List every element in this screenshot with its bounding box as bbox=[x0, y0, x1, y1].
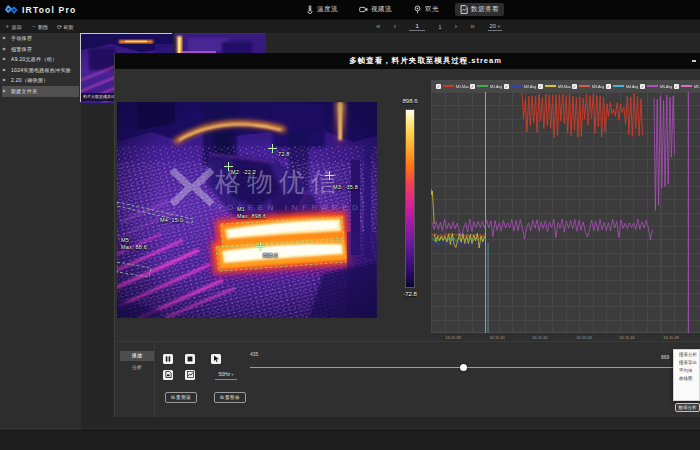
checkbox-checked-icon[interactable]: ✓ bbox=[606, 84, 611, 89]
tree-tool-删除[interactable]: －删除 bbox=[31, 22, 49, 31]
legend-item[interactable]: ✓M1.Max bbox=[436, 84, 470, 89]
last-page-button[interactable]: » bbox=[470, 23, 474, 31]
menu-item[interactable]: 平均值 bbox=[674, 366, 699, 374]
chevron-right-icon: ▶ bbox=[3, 86, 6, 97]
slider-min-label: 435 bbox=[250, 351, 258, 357]
tree-toolbar: ＋添加－删除⟳刷新 bbox=[4, 20, 74, 33]
tree-tool-刷新[interactable]: ⟳刷新 bbox=[57, 23, 74, 30]
menu-item[interactable]: 曲线图 bbox=[674, 375, 699, 383]
chart-legend: ✓M1.Max✓M1.Avg✓M2.Avg✓M3.Max✓M3.Avg✓M4.A… bbox=[431, 80, 700, 92]
tree-item[interactable]: ▶A9.20元器件（组） bbox=[0, 54, 81, 65]
snapshot-button[interactable] bbox=[163, 370, 173, 380]
pause-button[interactable] bbox=[163, 354, 173, 364]
checkbox-checked-icon[interactable]: ✓ bbox=[674, 84, 679, 89]
frame-slider-thumb[interactable] bbox=[460, 364, 467, 371]
legend-item[interactable]: ✓M5.Avg bbox=[640, 84, 674, 89]
batch-image-button[interactable]: 批量图像 bbox=[214, 392, 246, 403]
control-tab-analyze[interactable]: 分析 bbox=[120, 363, 154, 373]
tool-label: 添加 bbox=[12, 24, 22, 30]
tree-item[interactable]: ▶2.20（磁铁测） bbox=[0, 75, 81, 86]
chevron-down-icon: ▾ bbox=[232, 372, 234, 377]
framerate-select[interactable]: 50Hz ▾ bbox=[215, 371, 237, 380]
legend-item[interactable]: ✓M4.Avg bbox=[606, 84, 640, 89]
tree-item[interactable]: ▶新建文件夹 bbox=[2, 86, 79, 97]
legend-label: M1.Avg bbox=[490, 84, 502, 89]
dual-light-icon bbox=[413, 5, 422, 14]
checkbox-checked-icon[interactable]: ✓ bbox=[470, 84, 475, 89]
x-tick-label: 16:11:38 bbox=[445, 335, 460, 340]
nav-thermometer[interactable]: 温度流 bbox=[301, 3, 343, 16]
tree-item[interactable]: ▶1024实测电路板热冲实验 bbox=[0, 65, 81, 76]
minimize-icon[interactable] bbox=[692, 60, 696, 62]
temperature-colorbar[interactable] bbox=[405, 109, 415, 288]
nav-video[interactable]: 视频流 bbox=[354, 3, 397, 16]
chevron-right-icon: ▶ bbox=[3, 75, 6, 86]
checkbox-checked-icon[interactable]: ✓ bbox=[436, 84, 441, 89]
thermal-image-viewer[interactable]: 格物优信 YOSEEN INFRARED -72.8M2: -22.2M3: -… bbox=[117, 102, 377, 318]
curve-button[interactable] bbox=[185, 370, 195, 380]
legend-label: M3.Max bbox=[558, 84, 571, 89]
measure-label: M4: 15.0 bbox=[160, 217, 183, 224]
measure-label: 898.6 bbox=[263, 252, 278, 259]
chevron-right-icon: ▶ bbox=[3, 54, 6, 65]
checkbox-checked-icon[interactable]: ✓ bbox=[572, 84, 577, 89]
checkbox-checked-icon[interactable]: ✓ bbox=[640, 84, 645, 89]
panel-title: 多帧查看，料片夹取至模具过程.stream bbox=[349, 56, 502, 66]
prev-page-button[interactable]: ‹ bbox=[393, 23, 396, 31]
checkbox-checked-icon[interactable]: ✓ bbox=[504, 84, 509, 89]
measure-label: M3: -35.8 bbox=[333, 184, 358, 191]
app-title: IRTool Pro bbox=[22, 5, 76, 15]
cursor-button[interactable] bbox=[211, 354, 221, 364]
menu-item[interactable]: 报表分析 bbox=[674, 350, 699, 358]
control-tab-play[interactable]: 播放 bbox=[120, 351, 154, 361]
legend-swatch bbox=[511, 85, 522, 87]
panel-title-bar[interactable]: 多帧查看，料片夹取至模具过程.stream bbox=[115, 53, 700, 69]
analysis-dropdown-menu: 报表分析报表导出平均值曲线图 bbox=[673, 349, 700, 401]
temperature-chart[interactable]: ✓M1.Max✓M1.Avg✓M2.Avg✓M3.Max✓M3.Avg✓M4.A… bbox=[431, 80, 700, 342]
batch-measure-button[interactable]: 批量测温 bbox=[165, 392, 197, 403]
chevron-right-icon: ▶ bbox=[3, 33, 6, 44]
page-input[interactable]: 1 bbox=[409, 23, 425, 31]
legend-swatch bbox=[647, 85, 658, 87]
tree-tool-添加[interactable]: ＋添加 bbox=[4, 22, 22, 31]
tree-item[interactable]: ▶报警保存 bbox=[0, 44, 81, 55]
legend-item[interactable]: ✓M2.Avg bbox=[504, 84, 538, 89]
spot-cross-icon[interactable] bbox=[256, 242, 265, 251]
nav-dual-light[interactable]: 双光 bbox=[408, 3, 444, 16]
slider-max-label: 869 bbox=[661, 354, 669, 360]
chart-x-axis-labels: 16:11:3816:11:4016:11:4216:11:4416:11:46… bbox=[431, 335, 700, 342]
tree-item-label: 2.20（磁铁测） bbox=[11, 77, 48, 83]
nav-data-view[interactable]: 数据查看 bbox=[455, 3, 504, 16]
legend-item[interactable]: ✓M3.Max bbox=[538, 84, 572, 89]
legend-item[interactable]: ✓M5.Max bbox=[674, 84, 700, 89]
legend-item[interactable]: ✓M1.Avg bbox=[470, 84, 504, 89]
x-tick-label: 16:11:48 bbox=[663, 335, 678, 340]
legend-label: M5.Max bbox=[694, 84, 700, 89]
page-size-select[interactable]: 20▾ bbox=[488, 23, 502, 31]
legend-label: M4.Avg bbox=[626, 84, 638, 89]
tool-label: 删除 bbox=[38, 24, 48, 30]
control-tabs: 播放分析 bbox=[115, 342, 155, 417]
sidebar-tree: ▶手动保存▶报警保存▶A9.20元器件（组）▶1024实测电路板热冲实验▶2.2… bbox=[0, 33, 81, 430]
stop-button[interactable] bbox=[185, 354, 195, 364]
tree-item-label: 新建文件夹 bbox=[11, 88, 38, 94]
legend-swatch bbox=[579, 85, 590, 87]
first-page-button[interactable]: « bbox=[376, 23, 380, 31]
legend-swatch bbox=[613, 85, 624, 87]
playback-controls: 播放分析 50Hz ▾ 批量测温 批量图像 435 869 bbox=[115, 342, 700, 417]
legend-label: M3.Avg bbox=[592, 84, 604, 89]
legend-item[interactable]: ✓M3.Avg bbox=[572, 84, 606, 89]
nav-label: 温度流 bbox=[317, 5, 338, 14]
tree-item-label: 1024实测电路板热冲实验 bbox=[11, 67, 71, 73]
chevron-right-icon: ▶ bbox=[3, 44, 6, 55]
colorbar-min-label: -72.8 bbox=[396, 291, 424, 297]
tree-item[interactable]: ▶手动保存 bbox=[0, 33, 81, 44]
main-nav: 温度流视频流双光数据查看 bbox=[301, 1, 504, 18]
checkbox-checked-icon[interactable]: ✓ bbox=[538, 84, 543, 89]
next-page-button[interactable]: › bbox=[454, 23, 457, 31]
video-icon bbox=[359, 5, 368, 14]
spot-cross-icon[interactable] bbox=[325, 171, 334, 180]
data-analysis-button[interactable]: 数据分析 bbox=[675, 403, 700, 412]
menu-item[interactable]: 报表导出 bbox=[674, 358, 699, 366]
tool-glyph-icon: ⟳ bbox=[57, 23, 62, 30]
